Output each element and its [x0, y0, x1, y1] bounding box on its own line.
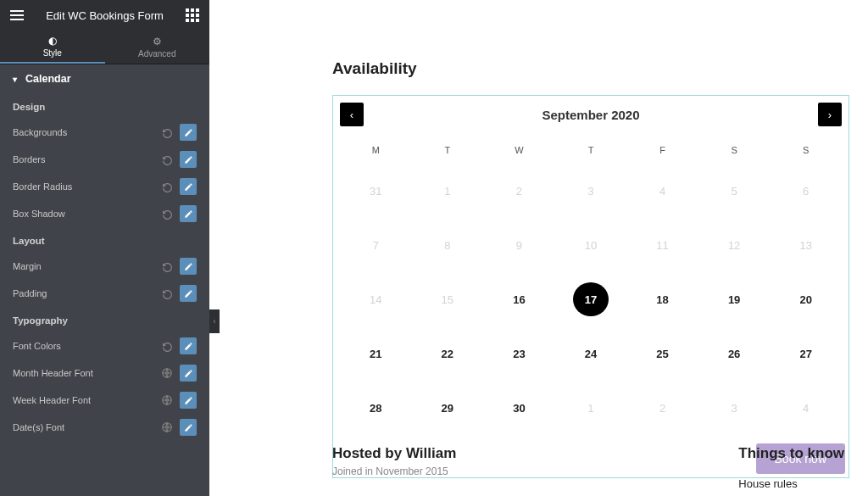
weekday-header: W	[483, 133, 555, 164]
prop-actions	[162, 124, 197, 141]
calendar-day-number: 8	[430, 228, 465, 262]
settings-tabs: ◐ Style ⚙ Advanced	[0, 31, 209, 64]
prop-label-week_header_font: Week Header Font	[13, 395, 91, 405]
prop-row-padding: Padding	[0, 280, 209, 307]
prop-actions	[161, 392, 197, 409]
calendar-day[interactable]: 25	[626, 326, 698, 381]
reset-icon[interactable]	[162, 288, 173, 299]
month-header: September 2020	[333, 108, 849, 122]
calendar-day[interactable]: 19	[698, 272, 771, 326]
tab-advanced[interactable]: ⚙ Advanced	[105, 31, 210, 64]
prop-actions	[161, 419, 197, 436]
things-section: Things to know House rules	[738, 445, 844, 490]
calendar-day-number: 27	[788, 337, 824, 371]
availability-heading: Availability	[332, 59, 417, 78]
calendar-day-number: 3	[573, 174, 609, 208]
prev-month-button[interactable]: ‹	[340, 103, 364, 126]
reset-icon[interactable]	[162, 127, 173, 138]
calendar-day-number: 1	[430, 174, 465, 208]
calendar-day[interactable]: 22	[412, 326, 484, 381]
edit-button[interactable]	[180, 151, 197, 168]
weekday-header: F	[626, 133, 698, 164]
prop-actions	[162, 178, 197, 195]
calendar-day-number: 11	[645, 228, 681, 262]
calendar-day-number: 9	[501, 228, 537, 262]
prop-row-margin: Margin	[0, 253, 209, 280]
prop-label-box_shadow: Box Shadow	[13, 209, 65, 219]
edit-button[interactable]	[180, 258, 197, 275]
calendar-day-number: 17	[573, 282, 609, 316]
edit-button[interactable]	[180, 419, 197, 436]
edit-button[interactable]	[180, 124, 197, 141]
globe-icon[interactable]	[161, 421, 173, 433]
calendar-day[interactable]: 17	[555, 272, 627, 326]
reset-icon[interactable]	[162, 209, 173, 220]
widgets-grid-icon[interactable]	[186, 8, 199, 22]
calendar-day-number: 29	[430, 391, 465, 425]
hamburger-icon[interactable]	[10, 10, 24, 20]
things-title: Things to know	[738, 445, 844, 462]
gear-icon: ⚙	[153, 36, 162, 47]
edit-button[interactable]	[180, 205, 197, 222]
calendar-day-number: 19	[716, 282, 752, 316]
calendar-day: 9	[483, 218, 555, 272]
reset-icon[interactable]	[162, 261, 173, 272]
reset-icon[interactable]	[162, 154, 173, 165]
section-typography-label: Typography	[0, 307, 209, 332]
section-layout-label: Layout	[0, 227, 209, 253]
reset-icon[interactable]	[162, 181, 173, 192]
edit-button[interactable]	[180, 337, 197, 354]
section-design-label: Design	[0, 93, 209, 119]
calendar-day-number: 31	[358, 174, 393, 208]
calendar-day-number: 21	[358, 337, 393, 371]
edit-button[interactable]	[180, 365, 197, 382]
edit-button[interactable]	[180, 178, 197, 195]
next-month-button[interactable]: ›	[818, 103, 842, 126]
calendar-day[interactable]: 30	[483, 381, 555, 435]
calendar-day-number: 3	[716, 391, 752, 425]
calendar-day[interactable]: 27	[770, 326, 842, 381]
calendar-day[interactable]: 24	[555, 326, 627, 381]
calendar-day-number: 15	[430, 282, 465, 316]
weekday-header: M	[340, 133, 412, 164]
calendar-day[interactable]: 23	[483, 326, 555, 381]
prop-row-month_header_font: Month Header Font	[0, 359, 209, 387]
accordion-calendar[interactable]: ▾ Calendar	[0, 64, 209, 93]
sidebar-header: Edit WC Bookings Form	[0, 0, 209, 31]
calendar-day[interactable]: 16	[483, 272, 555, 326]
prop-label-dates_font: Date(s) Font	[13, 422, 64, 432]
hosted-section: Hosted by William Joined in November 201…	[332, 445, 456, 477]
prop-actions	[162, 205, 197, 222]
editor-sidebar: Edit WC Bookings Form ◐ Style ⚙ Advanced…	[0, 0, 209, 496]
globe-icon[interactable]	[161, 367, 173, 379]
prop-actions	[162, 285, 197, 302]
globe-icon[interactable]	[161, 394, 173, 406]
prop-actions	[162, 258, 197, 275]
hosted-subtitle: Joined in November 2015	[332, 465, 456, 477]
calendar-nav: ‹ September 2020 ›	[333, 96, 849, 133]
calendar-day[interactable]: 20	[770, 272, 842, 326]
calendar-day-number: 24	[573, 337, 609, 371]
weekday-header: T	[412, 133, 484, 164]
weekday-header: S	[770, 133, 842, 164]
calendar-day-number: 14	[358, 282, 393, 316]
prop-row-box_shadow: Box Shadow	[0, 200, 209, 227]
calendar-day[interactable]: 21	[340, 326, 412, 381]
calendar-day: 3	[698, 381, 771, 435]
calendar-day[interactable]: 26	[698, 326, 771, 381]
edit-button[interactable]	[180, 392, 197, 409]
prop-row-border_radius: Border Radius	[0, 173, 209, 200]
calendar-day[interactable]: 18	[626, 272, 698, 326]
calendar-day: 12	[698, 218, 771, 272]
prop-row-dates_font: Date(s) Font	[0, 414, 209, 441]
reset-icon[interactable]	[162, 341, 173, 352]
calendar-day-number: 16	[501, 282, 537, 316]
prop-actions	[162, 151, 197, 168]
calendar-day-number: 10	[573, 228, 609, 262]
calendar-day-number: 22	[430, 337, 465, 371]
calendar-day[interactable]: 29	[412, 381, 484, 435]
tab-style[interactable]: ◐ Style	[0, 31, 105, 64]
edit-button[interactable]	[180, 285, 197, 302]
calendar-day[interactable]: 28	[340, 381, 412, 435]
hosted-title: Hosted by William	[332, 445, 456, 462]
